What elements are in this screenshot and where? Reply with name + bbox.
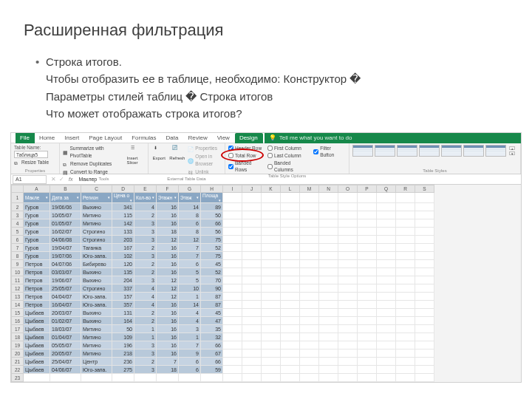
cell[interactable]: [242, 276, 262, 284]
cell[interactable]: 4: [134, 203, 157, 211]
cell[interactable]: 3: [134, 252, 157, 260]
cell[interactable]: [377, 366, 396, 374]
cell[interactable]: [338, 309, 358, 317]
cell[interactable]: Петров: [24, 260, 50, 268]
cell[interactable]: Митино: [81, 219, 112, 228]
cell[interactable]: [415, 366, 434, 374]
cell[interactable]: [358, 252, 377, 260]
cell[interactable]: [262, 349, 281, 358]
cell[interactable]: [319, 301, 338, 309]
cell[interactable]: [415, 211, 434, 219]
cell[interactable]: [281, 268, 300, 276]
cell[interactable]: 2: [134, 268, 157, 276]
cell[interactable]: [262, 284, 281, 293]
cell[interactable]: [338, 358, 358, 366]
cell[interactable]: 9: [179, 349, 201, 358]
cell[interactable]: 6: [179, 260, 201, 268]
cell[interactable]: Гуров: [24, 236, 50, 244]
cell[interactable]: [358, 268, 377, 276]
cell[interactable]: 87: [201, 301, 223, 309]
cell[interactable]: [358, 349, 377, 358]
cell[interactable]: [262, 358, 281, 366]
cell[interactable]: [338, 374, 358, 382]
filter-dropdown-icon[interactable]: ▾: [107, 195, 110, 200]
cell[interactable]: [338, 276, 358, 284]
cell[interactable]: 47: [201, 317, 223, 325]
cell[interactable]: [281, 193, 300, 203]
col-header[interactable]: I: [223, 185, 242, 193]
cell[interactable]: 19/06/06: [50, 203, 81, 211]
cell[interactable]: [262, 333, 281, 341]
cell[interactable]: 01/02/07: [50, 317, 81, 325]
cell[interactable]: Митино: [81, 325, 112, 333]
col-header[interactable]: R: [396, 185, 415, 193]
cell[interactable]: 20/05/07: [50, 349, 81, 358]
cell[interactable]: [262, 244, 281, 252]
cell[interactable]: [281, 358, 300, 366]
cell[interactable]: Цыбаев: [24, 349, 50, 358]
col-header[interactable]: A: [24, 185, 50, 193]
cell[interactable]: 167: [112, 244, 134, 252]
cell[interactable]: [262, 211, 281, 219]
cell[interactable]: 18: [157, 228, 179, 236]
cell[interactable]: [396, 374, 415, 382]
cell[interactable]: [377, 349, 396, 358]
col-header[interactable]: M: [300, 185, 319, 193]
banded-cols-checkbox[interactable]: Banded Columns: [267, 160, 310, 173]
cell[interactable]: 16: [157, 260, 179, 268]
tab-data[interactable]: Data: [162, 133, 184, 143]
cell[interactable]: [281, 341, 300, 349]
cell[interactable]: [338, 228, 358, 236]
cell[interactable]: 50: [201, 211, 223, 219]
cell[interactable]: Таганка: [81, 244, 112, 252]
cell[interactable]: Цыбаев: [24, 333, 50, 341]
cell[interactable]: 10/05/07: [50, 211, 81, 219]
cell[interactable]: Петров: [24, 293, 50, 301]
cell[interactable]: [242, 228, 262, 236]
cell[interactable]: [377, 284, 396, 293]
cell[interactable]: 12: [157, 276, 179, 284]
cell[interactable]: [300, 325, 319, 333]
cell[interactable]: [377, 211, 396, 219]
table-header-cell[interactable]: Этаж▾: [179, 193, 201, 203]
cell[interactable]: Юго-запа.: [81, 293, 112, 301]
cell[interactable]: [377, 301, 396, 309]
cell[interactable]: [281, 211, 300, 219]
cell[interactable]: 66: [201, 358, 223, 366]
cell[interactable]: 102: [112, 252, 134, 260]
cell[interactable]: [223, 260, 242, 268]
cell[interactable]: [223, 317, 242, 325]
cell[interactable]: [242, 268, 262, 276]
cell[interactable]: [396, 228, 415, 236]
cell[interactable]: [396, 358, 415, 366]
cell[interactable]: [179, 374, 201, 382]
cell[interactable]: Петров: [24, 284, 50, 293]
cell[interactable]: 4: [179, 309, 201, 317]
cell[interactable]: [300, 219, 319, 228]
cell[interactable]: [201, 374, 223, 382]
cell[interactable]: 16: [157, 219, 179, 228]
banded-rows-checkbox[interactable]: Banded Rows: [228, 160, 265, 173]
remove-duplicates-button[interactable]: ⧉Remove Duplicates: [63, 160, 124, 168]
cell[interactable]: 16: [157, 252, 179, 260]
cell[interactable]: [319, 203, 338, 211]
cell[interactable]: 10: [179, 284, 201, 293]
cell[interactable]: [300, 349, 319, 358]
cell[interactable]: [377, 219, 396, 228]
cell[interactable]: 16: [157, 325, 179, 333]
cell[interactable]: [300, 301, 319, 309]
cell[interactable]: 142: [112, 219, 134, 228]
cell[interactable]: [242, 211, 262, 219]
cell[interactable]: Строгино: [81, 228, 112, 236]
cell[interactable]: [358, 244, 377, 252]
cell[interactable]: [223, 228, 242, 236]
cell[interactable]: [242, 341, 262, 349]
row-header[interactable]: 15: [12, 309, 24, 317]
cell[interactable]: [415, 317, 434, 325]
cell[interactable]: [377, 333, 396, 341]
cell[interactable]: [358, 293, 377, 301]
cell[interactable]: [319, 211, 338, 219]
cell[interactable]: [262, 252, 281, 260]
cell[interactable]: [338, 252, 358, 260]
cell[interactable]: [281, 219, 300, 228]
